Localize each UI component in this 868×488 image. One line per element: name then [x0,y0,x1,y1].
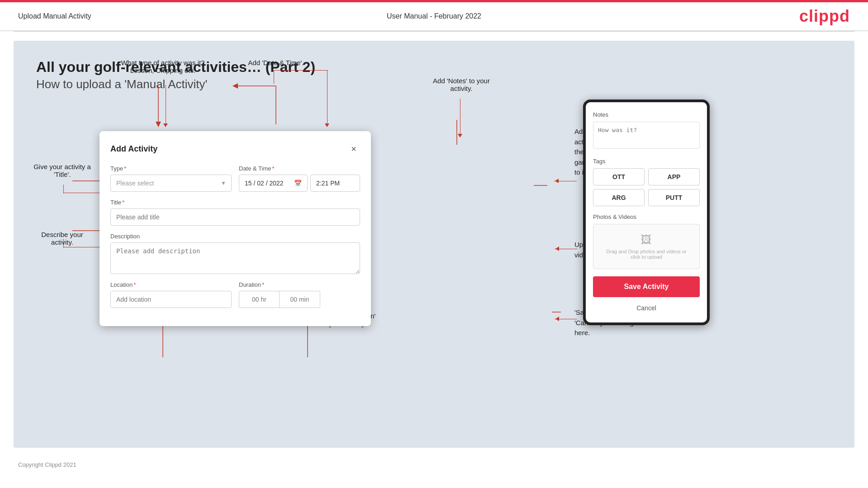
annotation-datetime: Add 'Date & Time'. [231,59,321,66]
duration-inputs [239,291,360,308]
upload-text: Drag and Drop photos and videos orclick … [602,249,690,260]
description-input[interactable] [110,242,360,274]
dialog-title: Add Activity [110,144,157,154]
dialog-header: Add Activity × [110,142,360,156]
title-input[interactable] [110,208,360,226]
tag-ott[interactable]: OTT [593,168,645,185]
description-group: Description [110,233,360,274]
save-activity-button[interactable]: Save Activity [593,276,700,297]
type-select-wrapper: Please select ▼ [110,175,232,192]
tag-putt[interactable]: PUTT [648,189,700,206]
duration-group: Duration* [239,281,360,308]
notes-section-label: Notes [593,111,700,118]
copyright: Copyright Clippd 2021 [18,461,76,468]
description-label: Description [110,233,360,240]
location-group: Location* [110,281,232,308]
annotation-notes: Add 'Notes' to youractivity. [416,77,507,92]
calendar-icon: 📅 [294,180,302,187]
location-input[interactable] [110,291,232,308]
location-label: Location* [110,281,232,288]
type-label: Type* [110,165,232,172]
time-value: 2:21 PM [316,180,340,187]
tag-app[interactable]: APP [648,168,700,185]
duration-hr-input[interactable] [239,291,280,308]
add-activity-dialog: Add Activity × Type* Please select ▼ Dat… [100,131,371,326]
annotation-type: What type of activity was it?Lesson, Chi… [113,59,213,74]
close-button[interactable]: × [347,142,360,156]
form-row-type-date: Type* Please select ▼ Date & Time* 15 / … [110,165,360,192]
title-label: Title* [110,199,360,206]
header: Upload Manual Activity User Manual - Feb… [0,2,868,31]
cancel-button[interactable]: Cancel [593,303,700,313]
type-select[interactable]: Please select [110,175,232,192]
header-center: User Manual - February 2022 [387,12,481,20]
phone-inner: Notes Tags OTT APP ARG PUTT Photos & Vid… [586,102,707,322]
datetime-group: Date & Time* 15 / 02 / 2022 📅 2:21 PM [239,165,360,192]
duration-min-input[interactable] [280,291,320,308]
date-value: 15 / 02 / 2022 [245,180,284,187]
photos-section-label: Photos & Videos [593,213,700,220]
main-content: All your golf-relevant activities… (Part… [14,41,854,448]
date-field[interactable]: 15 / 02 / 2022 📅 [239,175,308,192]
type-group: Type* Please select ▼ [110,165,232,192]
header-left: Upload Manual Activity [18,12,91,20]
duration-label: Duration* [239,281,360,288]
annotation-title: Give your activity a'Title'. [27,163,97,178]
tags-grid: OTT APP ARG PUTT [593,168,700,206]
datetime-label: Date & Time* [239,165,360,172]
form-row-location-duration: Location* Duration* [110,281,360,308]
title-group: Title* [110,199,360,226]
notes-textarea[interactable] [593,122,700,149]
annotation-description: Describe youractivity. [27,231,97,246]
upload-area[interactable]: 🖼 Drag and Drop photos and videos orclic… [593,224,700,269]
tags-section-label: Tags [593,158,700,165]
clippd-logo: clippd [799,7,850,26]
phone-panel: Notes Tags OTT APP ARG PUTT Photos & Vid… [583,99,710,325]
time-field[interactable]: 2:21 PM [310,175,360,192]
footer: Copyright Clippd 2021 [0,457,868,473]
tag-arg[interactable]: ARG [593,189,645,206]
upload-icon: 🖼 [602,233,690,246]
